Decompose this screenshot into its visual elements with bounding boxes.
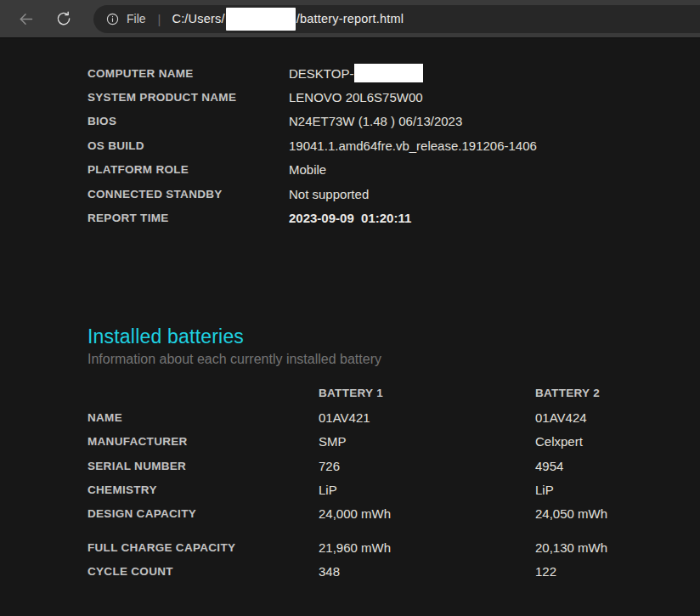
table-header-row: BATTERY 1 BATTERY 2 [88,381,700,405]
row-label: OS BUILD [88,139,289,152]
battery1-value: 348 [319,564,535,579]
reload-button[interactable] [49,4,78,33]
table-row: DESIGN CAPACITY 24,000 mWh 24,050 mWh [88,502,700,526]
battery2-value: Celxpert [535,434,700,449]
battery1-value: LiP [319,483,535,497]
browser-toolbar: File | C:/Users//battery-report.html [0,0,700,38]
report-time-value: 2023-09-09 01:20:11 [289,211,700,225]
section-title: Installed batteries [88,324,700,349]
row-label: NAME [88,411,319,424]
table-row: COMPUTER NAME DESKTOP- [88,61,700,85]
row-value: 19041.1.amd64fre.vb_release.191206-1406 [289,138,700,153]
table-row: CONNECTED STANDBY Not supported [88,182,700,206]
battery2-value: 01AV424 [535,410,700,425]
info-icon [105,12,120,26]
row-label: SERIAL NUMBER [88,460,319,472]
table-row: SERIAL NUMBER 726 4954 [88,454,700,478]
table-row: OS BUILD 19041.1.amd64fre.vb_release.191… [88,133,700,157]
table-row: NAME 01AV421 01AV424 [88,405,700,429]
row-label: CONNECTED STANDBY [88,188,289,201]
back-button[interactable] [11,4,40,33]
row-label: MANUFACTURER [88,435,319,448]
url-redaction-box [226,8,296,31]
file-scheme-label: File [127,12,146,25]
column-header-battery-1: BATTERY 1 [319,387,535,399]
row-label: CHEMISTRY [88,483,319,496]
battery2-value: LiP [535,483,700,497]
url-suffix: /battery-report.html [296,12,404,25]
row-label: CYCLE COUNT [88,565,319,578]
row-label: COMPUTER NAME [88,67,289,80]
url-prefix: C:/Users/ [172,12,224,25]
address-bar[interactable]: File | C:/Users//battery-report.html [93,5,700,33]
row-value: LENOVO 20L6S75W00 [289,90,700,105]
battery1-value: 726 [319,459,535,473]
battery2-value: 122 [535,564,700,579]
battery1-value: 01AV421 [319,410,535,425]
table-row: CYCLE COUNT 348 122 [88,559,700,583]
section-subtitle: Information about each currently install… [88,349,700,370]
address-separator: | [158,12,161,26]
row-value: DESKTOP- [289,66,353,81]
battery1-value: SMP [319,434,535,449]
row-value: N24ET73W (1.48 ) 06/13/2023 [289,114,700,128]
row-label: DESIGN CAPACITY [88,507,319,520]
table-row: PLATFORM ROLE Mobile [88,158,700,182]
table-row: FULL CHARGE CAPACITY 21,960 mWh 20,130 m… [88,535,700,559]
computer-name-redaction-box [354,64,423,82]
computer-name-value: DESKTOP- [289,64,700,82]
table-row: REPORT TIME 2023-09-09 01:20:11 [88,206,700,229]
back-arrow-icon [17,10,35,28]
battery2-value: 24,050 mWh [535,506,700,521]
row-label: BIOS [88,115,289,127]
reload-icon [55,10,72,27]
row-label: PLATFORM ROLE [88,163,289,176]
installed-batteries-section-header: Installed batteries Information about ea… [88,324,700,370]
row-label: FULL CHARGE CAPACITY [88,541,319,554]
url-text: C:/Users//battery-report.html [172,8,404,31]
battery1-value: 24,000 mWh [319,506,535,521]
row-label: REPORT TIME [88,212,289,224]
column-header-battery-2: BATTERY 2 [535,387,700,399]
row-label: SYSTEM PRODUCT NAME [88,91,289,104]
table-row: SYSTEM PRODUCT NAME LENOVO 20L6S75W00 [88,85,700,109]
system-info-table: COMPUTER NAME DESKTOP- SYSTEM PRODUCT NA… [88,61,700,230]
battery-report-page: COMPUTER NAME DESKTOP- SYSTEM PRODUCT NA… [0,38,700,584]
row-value: Not supported [289,187,700,201]
table-row: MANUFACTURER SMP Celxpert [88,430,700,454]
installed-batteries-table: BATTERY 1 BATTERY 2 NAME 01AV421 01AV424… [88,381,700,584]
battery2-value: 4954 [535,459,700,473]
battery2-value: 20,130 mWh [535,540,700,555]
battery1-value: 21,960 mWh [319,540,535,555]
table-row: CHEMISTRY LiP LiP [88,478,700,501]
site-info-chip[interactable]: File [105,12,146,26]
row-value: Mobile [289,162,700,177]
table-row: BIOS N24ET73W (1.48 ) 06/13/2023 [88,110,700,133]
